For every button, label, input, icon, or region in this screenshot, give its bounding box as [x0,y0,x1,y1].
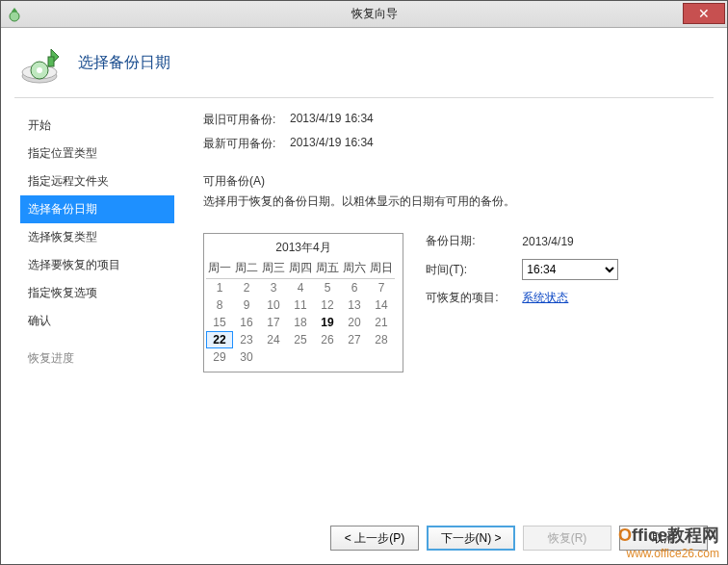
calendar-day[interactable]: 15 [206,314,233,331]
calendar-day[interactable]: 17 [260,314,287,331]
calendar-day[interactable]: 12 [314,296,341,314]
calendar-weekday: 周六 [341,260,368,279]
calendar-weekday: 周二 [233,260,260,279]
calendar-day[interactable]: 22 [206,331,233,348]
calendar-weekday: 周日 [368,260,395,279]
calendar-day[interactable]: 23 [233,331,260,348]
window-title: 恢复向导 [22,6,727,22]
wizard-footer: < 上一步(P) 下一步(N) > 恢复(R) 取消 [330,526,708,551]
oldest-backup-value: 2013/4/19 16:34 [290,112,374,128]
svg-point-4 [37,67,42,73]
nav-item-recovery-type[interactable]: 选择恢复类型 [20,223,174,251]
calendar-day[interactable]: 10 [260,296,287,314]
nav-item-remote-folder[interactable]: 指定远程文件夹 [20,167,174,195]
calendar-day[interactable]: 19 [314,314,341,331]
nav-item-location-type[interactable]: 指定位置类型 [20,140,174,167]
calendar-day[interactable]: 9 [233,296,260,314]
close-icon: ✕ [698,6,710,21]
available-backups-label: 可用备份(A) [203,173,708,190]
backup-date-value: 2013/4/19 [522,235,628,248]
calendar-day[interactable]: 11 [287,296,314,314]
newest-backup-value: 2013/4/19 16:34 [290,136,374,152]
calendar-day[interactable]: 25 [287,331,314,348]
calendar[interactable]: 2013年4月 周一周二周三周四周五周六周日 12345678910111213… [203,233,403,372]
wizard-window: 恢复向导 ✕ 选择备份日期 开始 指定位置类型 指定远程文件夹 选择备份日期 选… [0,0,728,565]
backup-time-label: 时间(T): [426,262,522,278]
calendar-day[interactable]: 13 [341,296,368,314]
nav-item-select-items[interactable]: 选择要恢复的项目 [20,251,174,279]
content-pane: 最旧可用备份: 2013/4/19 16:34 最新可用备份: 2013/4/1… [174,112,708,493]
wizard-nav: 开始 指定位置类型 指定远程文件夹 选择备份日期 选择恢复类型 选择要恢复的项目… [20,112,174,493]
recover-button: 恢复(R) [523,526,611,551]
next-button[interactable]: 下一步(N) > [427,526,515,551]
calendar-day[interactable]: 8 [206,296,233,314]
wizard-header-icon [18,39,65,86]
page-title: 选择备份日期 [78,53,170,73]
close-button[interactable]: ✕ [683,3,725,24]
nav-item-confirm[interactable]: 确认 [20,307,174,335]
calendar-day[interactable]: 4 [287,279,314,296]
cancel-button[interactable]: 取消 [619,526,708,551]
calendar-day[interactable]: 20 [341,314,368,331]
calendar-weekday: 周五 [314,260,341,279]
calendar-day[interactable]: 21 [368,314,395,331]
time-select[interactable]: 16:34 [522,259,618,280]
calendar-weekday: 周四 [287,260,314,279]
calendar-day[interactable]: 2 [233,279,260,296]
prev-button[interactable]: < 上一步(P) [330,526,419,551]
calendar-day[interactable]: 18 [287,314,314,331]
nav-item-start[interactable]: 开始 [20,112,174,140]
backup-details: 备份日期: 2013/4/19 时间(T): 16:34 可恢复的项目: [426,233,628,316]
oldest-backup-label: 最旧可用备份: [203,112,290,128]
titlebar: 恢复向导 ✕ [1,1,727,28]
recoverable-items-label: 可恢复的项目: [426,290,522,306]
wizard-header: 选择备份日期 [1,28,727,90]
svg-rect-5 [48,57,54,66]
calendar-weekday: 周三 [260,260,287,279]
wizard-body: 开始 指定位置类型 指定远程文件夹 选择备份日期 选择恢复类型 选择要恢复的项目… [1,98,727,493]
newest-backup-label: 最新可用备份: [203,136,290,152]
calendar-day[interactable]: 5 [314,279,341,296]
calendar-weekday: 周一 [206,260,233,279]
calendar-title: 2013年4月 [206,240,401,256]
calendar-day[interactable]: 24 [260,331,287,348]
calendar-day[interactable]: 29 [206,348,233,366]
calendar-day[interactable]: 16 [233,314,260,331]
calendar-day[interactable]: 30 [233,348,260,366]
nav-item-recovery-options[interactable]: 指定恢复选项 [20,279,174,307]
calendar-day[interactable]: 14 [368,296,395,314]
calendar-day[interactable]: 27 [341,331,368,348]
recoverable-items-link[interactable]: 系统状态 [522,291,568,304]
nav-item-progress: 恢复进度 [20,345,174,372]
calendar-day[interactable]: 7 [368,279,395,296]
calendar-day[interactable]: 3 [260,279,287,296]
calendar-day[interactable]: 1 [206,279,233,296]
calendar-day[interactable]: 28 [368,331,395,348]
svg-point-0 [10,12,19,21]
backup-date-label: 备份日期: [426,233,522,249]
available-backups-desc: 选择用于恢复的备份日期。以粗体显示的日期有可用的备份。 [203,193,708,210]
nav-item-select-date[interactable]: 选择备份日期 [20,195,174,223]
calendar-day[interactable]: 6 [341,279,368,296]
calendar-day[interactable]: 26 [314,331,341,348]
app-icon [7,7,22,22]
